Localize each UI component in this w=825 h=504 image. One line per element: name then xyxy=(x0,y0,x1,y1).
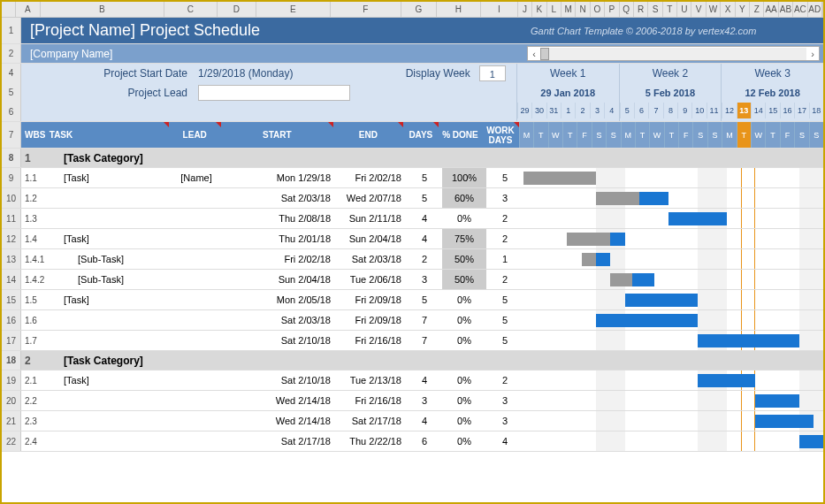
cell-start[interactable]: Thu 2/01/18 xyxy=(223,229,336,248)
cell-start[interactable]: Sat 2/03/18 xyxy=(223,310,336,330)
cell-start[interactable]: Wed 2/14/18 xyxy=(223,391,336,410)
gantt-bar[interactable] xyxy=(755,415,814,428)
row-number[interactable]: 22 xyxy=(2,431,21,451)
cell-task[interactable]: [Task] xyxy=(46,168,170,187)
col-letter[interactable]: D xyxy=(218,2,256,17)
scroll-thumb[interactable] xyxy=(540,48,549,60)
col-letter[interactable]: W xyxy=(707,2,721,17)
display-week-value[interactable]: 1 xyxy=(479,65,506,81)
col-letter[interactable]: B xyxy=(41,2,164,17)
gantt-bar[interactable] xyxy=(625,294,698,307)
col-letter[interactable]: I xyxy=(481,2,518,17)
cell-wbs[interactable]: 1.4 xyxy=(21,229,46,248)
project-title[interactable]: [Project Name] Project Schedule xyxy=(21,18,523,43)
cell-start[interactable]: Fri 2/02/18 xyxy=(223,249,336,269)
cat-name[interactable]: [Task Category] xyxy=(46,351,523,370)
col-letter[interactable]: AB xyxy=(779,2,793,17)
cell-days[interactable]: 4 xyxy=(407,209,442,228)
cell-end[interactable]: Thu 2/22/18 xyxy=(336,431,407,451)
task-row[interactable]: 222.4Sat 2/17/18Thu 2/22/1860%4 xyxy=(2,431,823,452)
cell-task[interactable]: [Sub-Task] xyxy=(46,270,170,289)
cell-start[interactable]: Sun 2/04/18 xyxy=(223,270,336,289)
cell-lead[interactable] xyxy=(170,249,223,269)
cell-wbs[interactable]: 1.6 xyxy=(21,310,46,330)
cell-wbs[interactable]: 2.3 xyxy=(21,411,46,431)
cell-lead[interactable] xyxy=(170,331,223,350)
cell-wbs[interactable]: 1.5 xyxy=(21,290,46,309)
row-number[interactable]: 11 xyxy=(2,209,21,228)
col-letter[interactable]: H xyxy=(437,2,481,17)
start-date-value[interactable]: 1/29/2018 (Monday) xyxy=(198,67,293,80)
cell-lead[interactable] xyxy=(170,310,223,330)
cell-task[interactable]: [Task] xyxy=(46,229,170,248)
cell-work[interactable]: 1 xyxy=(486,249,523,269)
note-icon[interactable] xyxy=(514,122,519,127)
cell-work[interactable]: 3 xyxy=(486,411,523,431)
cell-end[interactable]: Fri 2/02/18 xyxy=(336,168,407,187)
category-row[interactable]: 182[Task Category] xyxy=(2,351,823,370)
col-letter[interactable]: E xyxy=(256,2,331,17)
cell-lead[interactable] xyxy=(170,229,223,248)
cell-days[interactable]: 6 xyxy=(407,431,442,451)
cell-lead[interactable] xyxy=(170,209,223,228)
cell-days[interactable]: 5 xyxy=(407,168,442,187)
cell-lead[interactable] xyxy=(170,188,223,208)
cell-wbs[interactable]: 1.4.1 xyxy=(21,249,46,269)
col-letter[interactable]: T xyxy=(663,2,677,17)
task-row[interactable]: 192.1[Task]Sat 2/10/18Tue 2/13/1840%2 xyxy=(2,370,823,391)
col-letter[interactable]: Y xyxy=(736,2,750,17)
scroll-left-icon[interactable]: ‹ xyxy=(528,48,540,60)
cell-wbs[interactable]: 1.1 xyxy=(21,168,46,187)
gantt-bar[interactable] xyxy=(799,435,825,448)
cell-task[interactable] xyxy=(46,209,170,228)
cell-work[interactable]: 2 xyxy=(486,229,523,248)
col-letter[interactable]: C xyxy=(164,2,218,17)
task-row[interactable]: 171.7Sat 2/10/18Fri 2/16/1870%5 xyxy=(2,331,823,351)
cell-task[interactable] xyxy=(46,411,170,431)
col-letter[interactable]: U xyxy=(677,2,691,17)
row-number[interactable]: 14 xyxy=(2,270,21,289)
col-letter[interactable]: J xyxy=(518,2,532,17)
cell-wbs[interactable]: 2.1 xyxy=(21,370,46,390)
cell-end[interactable]: Wed 2/07/18 xyxy=(336,188,407,208)
cell-end[interactable]: Fri 2/09/18 xyxy=(336,290,407,309)
cell-days[interactable]: 7 xyxy=(407,310,442,330)
row-number[interactable]: 19 xyxy=(2,370,21,390)
col-done[interactable]: % DONE xyxy=(439,122,483,148)
cell-done[interactable]: 50% xyxy=(442,249,486,269)
task-row[interactable]: 91.1[Task][Name]Mon 1/29/18Fri 2/02/1851… xyxy=(2,168,823,188)
cell-done[interactable]: 100% xyxy=(442,168,486,187)
cell-task[interactable]: [Task] xyxy=(46,370,170,390)
col-wbs[interactable]: WBS xyxy=(21,122,46,148)
cell-done[interactable]: 60% xyxy=(442,188,486,208)
col-letter[interactable]: K xyxy=(532,2,546,17)
cell-days[interactable]: 4 xyxy=(407,411,442,431)
week-scrollbar[interactable]: ‹ › xyxy=(527,46,820,61)
col-letter[interactable]: F xyxy=(331,2,401,17)
cell-end[interactable]: Sat 2/03/18 xyxy=(336,249,407,269)
cell-task[interactable]: [Sub-Task] xyxy=(46,249,170,269)
cell-end[interactable]: Sun 2/11/18 xyxy=(336,209,407,228)
cell-done[interactable]: 0% xyxy=(442,290,486,309)
cell-start[interactable]: Sat 2/17/18 xyxy=(223,431,336,451)
col-letter[interactable]: AA xyxy=(764,2,778,17)
cell-done[interactable]: 0% xyxy=(442,370,486,390)
cell-wbs[interactable]: 2.2 xyxy=(21,391,46,410)
cell-lead[interactable] xyxy=(170,270,223,289)
col-letter[interactable]: O xyxy=(591,2,605,17)
cell-start[interactable]: Sat 2/10/18 xyxy=(223,370,336,390)
category-row[interactable]: 81[Task Category] xyxy=(2,149,823,168)
cell-start[interactable]: Sat 2/03/18 xyxy=(223,188,336,208)
cell-days[interactable]: 5 xyxy=(407,290,442,309)
col-letter[interactable]: P xyxy=(605,2,619,17)
row-number[interactable]: 16 xyxy=(2,310,21,330)
col-letter[interactable]: A xyxy=(16,2,41,17)
cell-end[interactable]: Tue 2/13/18 xyxy=(336,370,407,390)
row-number[interactable]: 15 xyxy=(2,290,21,309)
cat-wbs[interactable]: 2 xyxy=(21,351,46,370)
cell-days[interactable]: 3 xyxy=(407,270,442,289)
cell-done[interactable]: 50% xyxy=(442,270,486,289)
cell-done[interactable]: 0% xyxy=(442,310,486,330)
cell-done[interactable]: 75% xyxy=(442,229,486,248)
task-row[interactable]: 101.2Sat 2/03/18Wed 2/07/18560%3 xyxy=(2,188,823,209)
